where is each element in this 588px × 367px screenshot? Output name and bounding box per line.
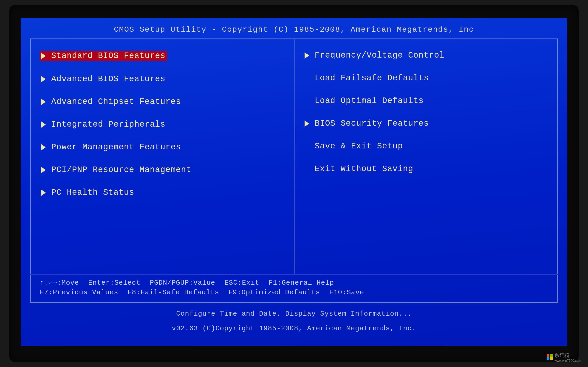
menu-item-label: Frequency/Voltage Control: [315, 51, 444, 60]
menu-item-label: PCI/PNP Resource Management: [51, 165, 191, 175]
menu-item-label: Advanced Chipset Features: [51, 97, 181, 106]
menu-arrow-icon: [41, 53, 46, 59]
menu-item-left-5[interactable]: PCI/PNP Resource Management: [40, 165, 285, 175]
menu-item-right-1[interactable]: Load Failsafe Defaults: [303, 73, 548, 83]
help-exit: ESC:Exit: [225, 279, 259, 287]
title-bar: CMOS Setup Utility - Copyright (C) 1985-…: [30, 25, 558, 34]
right-column: Frequency/Voltage ControlLoad Failsafe D…: [294, 39, 557, 274]
menu-item-left-3[interactable]: Integrated Peripherals: [40, 120, 285, 129]
menu-item-label: Integrated Peripherals: [51, 120, 165, 129]
monitor-frame: CMOS Setup Utility - Copyright (C) 1985-…: [9, 5, 579, 362]
vertical-divider: [294, 39, 294, 274]
main-menu-box: Standard BIOS FeaturesAdvanced BIOS Feat…: [30, 39, 558, 275]
menu-item-left-1[interactable]: Advanced BIOS Features: [40, 74, 285, 84]
bios-screen: CMOS Setup Utility - Copyright (C) 1985-…: [21, 18, 567, 346]
menu-item-left-0[interactable]: Standard BIOS Features: [40, 51, 167, 61]
watermark-text: 系统粉: [554, 352, 581, 359]
menu-item-left-4[interactable]: Power Management Features: [40, 142, 285, 152]
menu-item-right-3[interactable]: BIOS Security Features: [303, 119, 548, 128]
menu-item-label: Standard BIOS Features: [51, 51, 165, 60]
menu-item-label: Save & Exit Setup: [315, 142, 403, 151]
menu-item-label: Power Management Features: [51, 142, 181, 152]
help-failsafe: F8:Fail-Safe Defaults: [128, 289, 219, 296]
menu-item-label: Exit Without Saving: [315, 164, 413, 174]
menu-arrow-icon: [304, 120, 309, 127]
menu-arrow-icon: [41, 167, 46, 173]
watermark: 系统粉 www.win7500.com: [547, 352, 581, 362]
help-general: F1:General Help: [268, 279, 334, 287]
help-move: ↑↓←→:Move: [40, 279, 79, 287]
watermark-url: www.win7500.com: [554, 359, 581, 362]
menu-arrow-icon: [41, 76, 46, 82]
windows-logo-icon: [547, 354, 553, 360]
menu-item-label: BIOS Security Features: [315, 119, 429, 128]
info-version: v02.63 (C)Copyright 1985-2008, American …: [30, 325, 558, 332]
help-prev: F7:Previous Values: [40, 289, 118, 296]
info-section: Configure Time and Date. Display System …: [30, 303, 558, 335]
menu-arrow-icon: [41, 190, 46, 196]
menu-item-left-2[interactable]: Advanced Chipset Features: [40, 97, 285, 106]
menu-item-right-4[interactable]: Save & Exit Setup: [303, 142, 548, 151]
help-line-2: F7:Previous Values F8:Fail-Safe Defaults…: [40, 289, 548, 296]
menu-arrow-icon: [41, 144, 46, 150]
help-value: PGDN/PGUP:Value: [150, 279, 215, 287]
info-description: Configure Time and Date. Display System …: [30, 310, 558, 318]
menu-arrow-icon: [41, 121, 46, 128]
menu-item-right-0[interactable]: Frequency/Voltage Control: [303, 51, 548, 60]
menu-item-left-6[interactable]: PC Health Status: [40, 188, 285, 197]
menu-item-label: Load Optimal Defaults: [315, 96, 424, 106]
menu-arrow-icon: [41, 99, 46, 105]
help-optimized: F9:Optimized Defaults: [228, 289, 320, 296]
menu-item-label: PC Health Status: [51, 188, 134, 197]
left-column: Standard BIOS FeaturesAdvanced BIOS Feat…: [31, 39, 294, 274]
menu-item-label: Load Failsafe Defaults: [315, 73, 429, 83]
menu-arrow-icon: [304, 52, 309, 59]
help-line-1: ↑↓←→:Move Enter:Select PGDN/PGUP:Value E…: [40, 279, 548, 287]
menu-item-right-2[interactable]: Load Optimal Defaults: [303, 96, 548, 106]
help-save: F10:Save: [329, 289, 364, 296]
menu-item-label: Advanced BIOS Features: [51, 74, 165, 84]
help-section: ↑↓←→:Move Enter:Select PGDN/PGUP:Value E…: [30, 275, 558, 303]
help-select: Enter:Select: [88, 279, 141, 287]
menu-item-right-5[interactable]: Exit Without Saving: [303, 164, 548, 174]
